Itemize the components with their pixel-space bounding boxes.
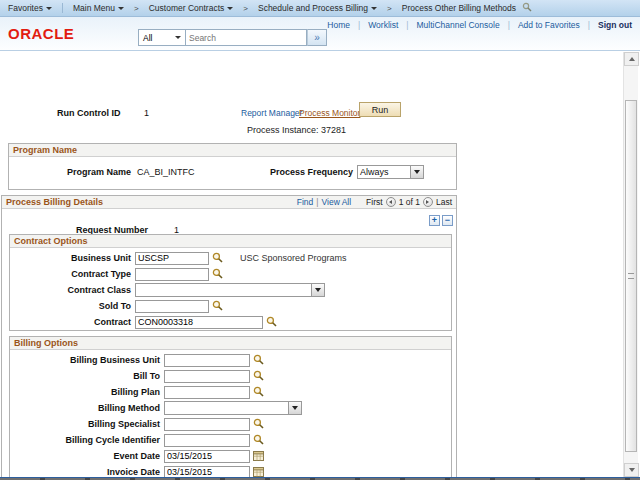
breadcrumb-current-page: Process Other Billing Methods: [402, 3, 516, 13]
nav-link-worklist[interactable]: Worklist: [360, 20, 406, 30]
process-frequency-value: Always: [358, 166, 410, 178]
billing-specialist-label: Billing Specialist: [10, 419, 160, 429]
billing-cycle-identifier-label: Billing Cycle Identifier: [10, 435, 160, 445]
billing-method-select[interactable]: [164, 401, 302, 415]
crumb-label: Process Other Billing Methods: [402, 3, 516, 13]
lookup-icon[interactable]: [253, 434, 264, 447]
business-unit-description: USC Sponsored Programs: [240, 253, 347, 263]
form-row-contract-type: Contract Type: [10, 266, 451, 282]
previous-page-button[interactable]: [386, 197, 396, 207]
favorites-menu[interactable]: Favorites: [8, 3, 52, 13]
first-label[interactable]: First: [366, 197, 383, 207]
scroll-down-button[interactable]: [624, 463, 639, 477]
search-scope-dropdown[interactable]: All: [138, 29, 185, 46]
process-monitor-link[interactable]: Process Monitor: [299, 108, 360, 118]
business-unit-input[interactable]: [135, 252, 209, 265]
chevron-down-icon: [288, 402, 301, 414]
invoice-date-label: Invoice Date: [10, 467, 160, 477]
breadcrumb: Favorites Main Menu > Customer Contracts…: [0, 0, 640, 17]
run-control-id-label: Run Control ID: [57, 108, 121, 118]
remove-row-button[interactable]: −: [442, 215, 453, 226]
chevron-down-icon: [175, 36, 181, 39]
process-frequency-select[interactable]: Always: [357, 165, 424, 179]
arrow-down-icon: [629, 468, 635, 472]
billing-cycle-identifier-input[interactable]: [164, 434, 250, 447]
bill-to-label: Bill To: [10, 371, 160, 381]
form-row-billing-method: Billing Method: [10, 400, 451, 416]
business-unit-label: Business Unit: [10, 253, 131, 263]
scroll-up-button[interactable]: [624, 52, 639, 66]
vertical-scrollbar[interactable]: [623, 52, 638, 477]
breadcrumb-schedule-process-billing[interactable]: Schedule and Process Billing: [258, 3, 377, 13]
event-date-input[interactable]: [164, 450, 250, 463]
billing-options-box: Billing Options Billing Business Unit Bi…: [9, 336, 452, 480]
billing-specialist-input[interactable]: [164, 418, 250, 431]
billing-plan-label: Billing Plan: [10, 387, 160, 397]
arrow-right-icon: [426, 200, 429, 204]
lookup-icon[interactable]: [212, 268, 223, 281]
lookup-icon[interactable]: [253, 418, 264, 431]
sold-to-input[interactable]: [135, 300, 209, 313]
chevron-down-icon: [46, 7, 52, 10]
find-link[interactable]: Find: [297, 197, 314, 207]
lookup-icon[interactable]: [212, 252, 223, 265]
lookup-icon[interactable]: [266, 316, 277, 329]
breadcrumb-separator: >: [243, 4, 248, 13]
billing-options-body: Billing Business Unit Bill To: [10, 350, 451, 480]
lookup-icon[interactable]: [253, 354, 264, 367]
run-button[interactable]: Run: [359, 102, 401, 117]
form-row-billing-business-unit: Billing Business Unit: [10, 352, 451, 368]
form-row-contract: Contract: [10, 314, 451, 330]
next-page-button[interactable]: [423, 197, 433, 207]
top-navigation: Home | Worklist | MultiChannel Console |…: [319, 20, 634, 30]
contract-input[interactable]: [135, 316, 263, 329]
nav-link-add-to-favorites[interactable]: Add to Favorites: [510, 20, 588, 30]
program-name-body: Program Name CA_BI_INTFC Process Frequen…: [9, 157, 456, 189]
report-manager-link[interactable]: Report Manager: [241, 108, 302, 118]
arrow-up-icon: [629, 57, 635, 61]
lookup-icon[interactable]: [253, 386, 264, 399]
form-row-contract-class: Contract Class: [10, 282, 451, 298]
add-row-button[interactable]: +: [429, 215, 440, 226]
breadcrumb-customer-contracts[interactable]: Customer Contracts: [149, 3, 234, 13]
contract-label: Contract: [10, 317, 131, 327]
grid-navigation: Find | View All First 1 of 1 Last: [297, 197, 452, 207]
billing-business-unit-input[interactable]: [164, 354, 250, 367]
billing-plan-input[interactable]: [164, 386, 250, 399]
search-go-button[interactable]: »: [307, 29, 327, 46]
bill-to-input[interactable]: [164, 370, 250, 383]
group-title: Program Name: [13, 145, 77, 155]
arrow-left-icon: [389, 200, 392, 204]
program-name-box-title: Program Name: [9, 144, 456, 157]
nav-link-multichannel-console[interactable]: MultiChannel Console: [409, 20, 508, 30]
lookup-icon[interactable]: [253, 370, 264, 383]
form-row-bill-to: Bill To: [10, 368, 451, 384]
scrollbar-grip: [628, 273, 634, 279]
program-name-box: Program Name Program Name CA_BI_INTFC Pr…: [8, 143, 457, 190]
billing-method-label: Billing Method: [10, 403, 160, 413]
chevron-down-icon: [227, 7, 233, 10]
billing-method-value: [165, 402, 288, 414]
contract-type-input[interactable]: [135, 268, 209, 281]
peoplesoft-window: Favorites Main Menu > Customer Contracts…: [0, 0, 640, 480]
last-label[interactable]: Last: [436, 197, 452, 207]
view-all-link[interactable]: View All: [322, 197, 352, 207]
main-menu[interactable]: Main Menu: [73, 3, 124, 13]
group-title: Billing Options: [14, 338, 78, 348]
event-date-label: Event Date: [10, 451, 160, 461]
crumb-label: Schedule and Process Billing: [258, 3, 368, 13]
sold-to-label: Sold To: [10, 301, 131, 311]
calendar-icon[interactable]: [253, 450, 264, 463]
contract-class-select[interactable]: [135, 283, 325, 297]
lookup-icon[interactable]: [212, 300, 223, 313]
breadcrumb-divider: [62, 3, 63, 13]
search-input[interactable]: [185, 29, 307, 46]
form-row-billing-specialist: Billing Specialist: [10, 416, 451, 432]
form-row-billing-plan: Billing Plan: [10, 384, 451, 400]
process-frequency-label: Process Frequency: [231, 167, 353, 177]
sign-out-link[interactable]: Sign out: [590, 20, 634, 30]
scrollbar-thumb[interactable]: [625, 100, 637, 452]
search-scope-value: All: [143, 33, 152, 43]
billing-business-unit-label: Billing Business Unit: [10, 355, 160, 365]
pipe-separator: |: [316, 197, 318, 207]
